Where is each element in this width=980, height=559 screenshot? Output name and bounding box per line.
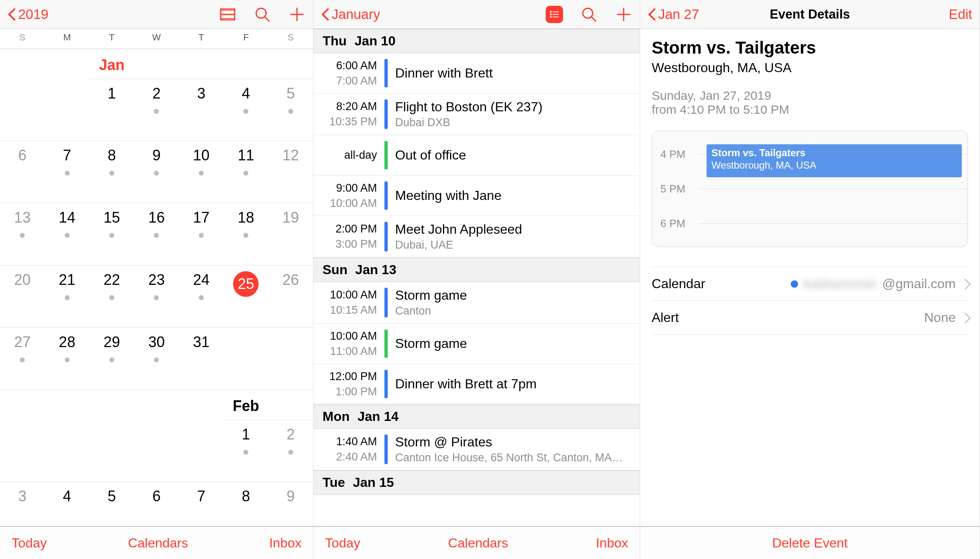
list-mode-active-icon[interactable] [546,6,563,23]
day-cell[interactable]: 1 [224,420,268,481]
day-cell[interactable]: 12 [269,141,313,203]
event-row[interactable]: 6:00 AM7:00 AMDinner with Brett [313,53,640,94]
event-row[interactable]: 10:00 AM11:00 AMStorm game [313,324,640,364]
event-list[interactable]: Thu Jan 106:00 AM7:00 AMDinner with Bret… [313,29,640,526]
weekday-label: F [224,32,268,43]
toolbar-today[interactable]: Today [12,536,47,551]
day-cell[interactable]: 8 [224,482,268,526]
toolbar-inbox[interactable]: Inbox [596,536,628,551]
event-body: Dinner with Brett at 7pm [388,364,640,404]
event-title: Storm vs. Tailgaters [652,38,968,58]
day-cell[interactable]: 17 [179,203,224,265]
toolbar-calendars[interactable]: Calendars [448,536,508,551]
section-date: Jan 13 [355,262,396,277]
day-cell[interactable]: 5 [269,79,313,141]
day-cell[interactable]: 9 [269,482,313,526]
day-cell[interactable]: 16 [134,203,179,265]
toolbar-month: Today Calendars Inbox [0,526,313,559]
list-view-icon[interactable] [219,6,236,23]
day-cell[interactable]: 2 [269,420,313,481]
day-cell[interactable]: 20 [0,265,45,327]
month-label: Jan [0,49,313,79]
day-cell[interactable]: 4 [45,482,89,526]
back-button-month[interactable]: January [321,7,380,22]
chevron-right-icon [961,312,968,323]
section-date: Jan 14 [358,409,399,424]
event-body: Out of office [388,135,640,175]
weekday-label: W [134,32,179,43]
day-cell[interactable]: 29 [90,328,134,390]
day-cell[interactable]: 11 [224,141,268,203]
search-icon[interactable] [254,6,271,23]
event-row[interactable]: 10:00 AM10:15 AMStorm gameCanton [313,282,640,324]
day-cell[interactable]: 3 [179,79,224,141]
day-cell[interactable]: 10 [179,141,224,203]
day-cell[interactable]: 6 [0,141,45,203]
day-cell[interactable]: 25 [224,265,268,327]
event-dot-icon [109,171,114,176]
search-icon[interactable] [580,6,598,23]
event-row[interactable]: 9:00 AM10:00 AMMeeting with Jane [313,176,640,216]
day-cell[interactable]: 26 [269,265,313,327]
day-number: 23 [148,271,165,288]
day-cell[interactable]: 5 [90,482,134,526]
event-times: 2:00 PM3:00 PM [313,216,384,257]
day-cell[interactable]: 1 [90,79,134,141]
day-cell[interactable]: 28 [45,328,89,390]
navbar-actions [219,6,306,23]
day-cell[interactable]: 2 [134,79,179,141]
event-times: 1:40 AM2:40 AM [313,429,384,470]
day-cell[interactable]: 3 [0,482,45,526]
event-row[interactable]: 2:00 PM3:00 PMMeet John AppleseedDubai, … [313,216,640,258]
event-row[interactable]: 8:20 AM10:35 PMFlight to Boston (EK 237)… [313,94,640,135]
day-cell[interactable]: 15 [90,203,134,265]
day-cell[interactable]: 27 [0,328,45,390]
day-cell[interactable]: 8 [90,141,134,203]
setting-calendar[interactable]: Calendar kabbamonte@gmail.com [652,267,968,301]
add-icon[interactable] [288,6,306,23]
day-cell[interactable]: 7 [179,482,224,526]
month-label: Feb [0,390,313,420]
day-cell[interactable]: 9 [134,141,179,203]
day-number: 8 [108,147,116,164]
event-row[interactable]: 12:00 PM1:00 PMDinner with Brett at 7pm [313,364,640,404]
setting-alert[interactable]: Alert None [652,301,968,335]
day-cell[interactable]: 7 [45,141,89,203]
delete-event-button[interactable]: Delete Event [772,536,848,551]
add-icon[interactable] [615,6,632,23]
event-row[interactable]: all-dayOut of office [313,135,640,176]
day-cell[interactable]: 4 [224,79,268,141]
month-grid[interactable]: Jan1234567891011121314151617181920212223… [0,49,313,526]
event-row[interactable]: 1:40 AM2:40 AMStorm @ PiratesCanton Ice … [313,429,640,470]
day-number: 7 [197,488,205,505]
day-number: 17 [193,209,210,226]
day-cell[interactable]: 14 [45,203,89,265]
day-cell[interactable]: 24 [179,265,224,327]
event-title: Storm @ Pirates [395,435,632,450]
day-number: 11 [238,147,254,164]
event-detail-scroll[interactable]: Storm vs. Tailgaters Westborough, MA, US… [640,29,980,526]
edit-button[interactable]: Edit [949,7,972,22]
back-button-year[interactable]: 2019 [7,7,48,22]
toolbar-inbox[interactable]: Inbox [269,536,302,551]
day-cell[interactable]: 6 [134,482,179,526]
event-dot-icon [243,233,248,238]
day-cell[interactable]: 31 [179,328,224,390]
day-cell[interactable]: 18 [224,203,268,265]
event-times: 8:20 AM10:35 PM [313,94,384,135]
toolbar-today[interactable]: Today [325,536,360,551]
day-cell[interactable]: 23 [134,265,179,327]
timeline-preview[interactable]: 4 PM Storm vs. Tailgaters Westborough, M… [652,131,968,247]
day-cell[interactable]: 22 [90,265,134,327]
day-number: 3 [18,488,26,505]
alert-value: None [924,310,956,325]
event-dot-icon [154,295,159,300]
event-dot-icon [199,233,204,238]
back-button-day[interactable]: Jan 27 [648,7,699,22]
event-dot-icon [154,233,159,238]
day-cell[interactable]: 13 [0,203,45,265]
day-cell[interactable]: 19 [269,203,313,265]
toolbar-calendars[interactable]: Calendars [128,536,188,551]
day-cell[interactable]: 30 [134,328,179,390]
day-cell[interactable]: 21 [45,265,89,327]
